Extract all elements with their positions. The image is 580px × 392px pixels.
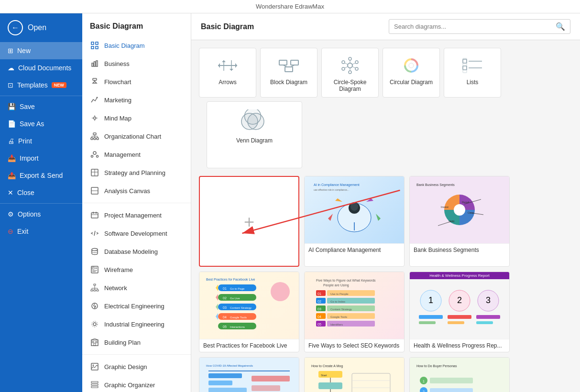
svg-rect-7	[93, 78, 97, 80]
category-item-strategy[interactable]: Strategy and Planning	[82, 163, 191, 182]
category-item-analysis[interactable]: Analysis Canvas	[82, 182, 191, 200]
diagram-card-circular[interactable]: Circular Diagram	[383, 48, 440, 98]
category-item-industrial[interactable]: Industrial Engineering	[82, 315, 191, 333]
new-blank-card[interactable]: ＋	[199, 176, 299, 267]
sidebar-item-options[interactable]: ⚙ Options	[0, 206, 82, 223]
sidebar-item-print[interactable]: 🖨 Print	[0, 132, 82, 150]
template-card-facebook[interactable]: Best Practices for Facebook Live 01 Go t…	[199, 272, 299, 352]
template-card-mog[interactable]: How to Create A Mog Start Yes/No	[304, 357, 405, 392]
svg-text:Identifiers: Identifiers	[330, 323, 343, 326]
category-item-electrical[interactable]: Electrical Engineering	[82, 297, 191, 315]
category-item-building[interactable]: Building Plan	[82, 333, 191, 351]
save-icon: 💾	[8, 103, 16, 110]
svg-rect-183	[252, 376, 290, 381]
category-item-flowchart[interactable]: Flowchart	[82, 73, 191, 91]
sidebar: ← Open ⊞ New ☁ Cloud Documents ⊡ Templat…	[0, 13, 82, 392]
sidebar-item-close[interactable]: ✕ Close	[0, 184, 82, 201]
template-card-buyer[interactable]: How to Do Buyer Personas 1 2 3	[409, 357, 510, 392]
templates-grid: ＋ AI in Compliance Management use effect…	[199, 176, 572, 352]
sidebar-item-cloud[interactable]: ☁ Cloud Documents	[0, 59, 82, 76]
sidebar-item-exit[interactable]: ⊖ Exit	[0, 223, 82, 240]
category-item-software[interactable]: Software Development	[82, 224, 191, 242]
template-card-health[interactable]: Health & Wellness Progress Report 1 2 3	[409, 272, 510, 352]
diagram-card-circle-spoke[interactable]: Circle-Spoke Diagram	[321, 48, 379, 98]
category-item-mindmap[interactable]: Mind Map	[82, 109, 191, 127]
sidebar-item-save[interactable]: 💾 Save	[0, 98, 82, 115]
svg-text:AI in Compliance Management: AI in Compliance Management	[314, 183, 360, 187]
category-item-wireframe[interactable]: Wireframe	[82, 261, 191, 279]
svg-rect-18	[94, 138, 96, 140]
svg-rect-40	[92, 267, 94, 269]
import-icon: 📥	[8, 154, 16, 162]
sidebar-item-new[interactable]: ⊞ New	[0, 42, 82, 59]
category-item-graphic[interactable]: Graphic Design	[82, 358, 191, 376]
diagram-card-lists[interactable]: Lists	[444, 48, 501, 98]
category-item-management[interactable]: Management	[82, 145, 191, 163]
category-label-basic: Basic Diagram	[104, 42, 145, 49]
svg-line-122	[438, 221, 451, 226]
category-label-database: Database Modeling	[104, 248, 158, 255]
category-label-graphic: Graphic Design	[104, 363, 147, 370]
category-label-graphicorg: Graphic Organizer	[104, 381, 155, 389]
seo-title: Five Ways to Select SEO Keywords	[305, 339, 404, 352]
svg-text:How COVID-19 Affected Megatren: How COVID-19 Affected Megatrends	[206, 364, 253, 367]
svg-marker-131	[216, 294, 218, 301]
svg-rect-17	[91, 138, 93, 140]
diagram-card-arrows[interactable]: Arrows	[199, 48, 256, 98]
svg-rect-48	[97, 290, 98, 291]
template-card-compliance[interactable]: AI in Compliance Management use effectiv…	[304, 176, 405, 267]
template-card-covid[interactable]: How COVID-19 Affected Megatrends	[199, 357, 299, 392]
graphic-icon	[90, 362, 99, 371]
category-item-business[interactable]: Business	[82, 54, 191, 73]
cloud-icon: ☁	[8, 64, 14, 72]
basic-diagram-icon	[90, 41, 99, 50]
svg-rect-176	[448, 321, 464, 324]
svg-rect-77	[285, 67, 293, 72]
category-item-marketing[interactable]: Marketing	[82, 91, 191, 109]
sidebar-back-button[interactable]: ← Open	[0, 13, 82, 42]
category-item-orgchart[interactable]: Organizational Chart	[82, 127, 191, 145]
orgchart-icon	[90, 131, 99, 141]
svg-text:1: 1	[428, 295, 433, 305]
svg-rect-172	[419, 315, 443, 319]
sidebar-item-import[interactable]: 📥 Import	[0, 150, 82, 167]
category-item-network[interactable]: Network	[82, 279, 191, 297]
svg-text:Use to People: Use to People	[330, 293, 349, 295]
sidebar-item-templates[interactable]: ⊡ Templates NEW	[0, 76, 82, 94]
sidebar-item-export[interactable]: 📤 Export & Send	[0, 167, 82, 184]
svg-line-90	[352, 63, 355, 65]
search-input[interactable]	[394, 23, 556, 30]
svg-marker-127	[216, 284, 218, 291]
svg-rect-96	[463, 66, 467, 70]
sidebar-item-save-as[interactable]: 📄 Save As	[0, 115, 82, 132]
category-item-project[interactable]: Project Management	[82, 206, 191, 224]
svg-text:01: 01	[317, 292, 321, 295]
svg-rect-67	[91, 386, 98, 388]
top-icons-row: Arrows Block Diagram Circle-Spoke Diagra…	[191, 40, 580, 101]
template-card-seo[interactable]: Five Ways to Figure out What Keywords Pe…	[304, 272, 405, 352]
svg-marker-111	[376, 214, 381, 221]
compliance-thumb: AI in Compliance Management use effectiv…	[305, 176, 404, 243]
diagram-card-venn[interactable]: Venn Diagram	[207, 101, 302, 168]
graphicorg-icon	[90, 380, 99, 390]
search-icon[interactable]: 🔍	[556, 22, 565, 31]
template-card-bank[interactable]: Bank Business Segments Retail Corp	[409, 176, 510, 267]
compliance-title: AI Compliance Management	[305, 243, 404, 256]
category-panel-header: Basic Diagram	[82, 18, 191, 36]
svg-text:Go to Page: Go to Page	[230, 287, 245, 290]
svg-text:Content Strategy: Content Strategy	[330, 308, 352, 311]
svg-rect-190	[318, 382, 342, 389]
diagram-card-block[interactable]: Block Diagram	[260, 48, 317, 98]
svg-rect-45	[94, 284, 96, 285]
category-item-database[interactable]: Database Modeling	[82, 242, 191, 261]
software-icon	[90, 229, 99, 238]
svg-text:How to Create A Mog: How to Create A Mog	[311, 364, 343, 368]
facebook-title: Best Practices for Facebook Live	[199, 339, 299, 352]
export-label: Export & Send	[20, 172, 63, 179]
lists-icon	[460, 56, 484, 75]
svg-rect-181	[208, 381, 232, 385]
svg-point-108	[350, 202, 358, 211]
svg-text:03: 03	[317, 307, 321, 311]
category-item-graphicorg[interactable]: Graphic Organizer	[82, 376, 191, 392]
category-item-basic[interactable]: Basic Diagram	[82, 36, 191, 54]
